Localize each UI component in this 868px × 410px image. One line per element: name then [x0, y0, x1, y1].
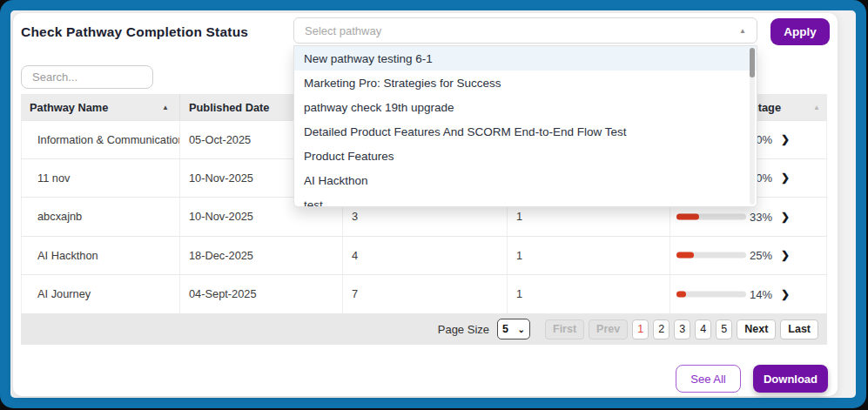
see-all-button[interactable]: See All	[676, 365, 741, 393]
page-size-label: Page Size	[438, 323, 489, 336]
column-header-pathway-name[interactable]: Pathway Name ▲	[21, 94, 180, 120]
progress-bar	[676, 213, 746, 219]
chevron-right-icon[interactable]: ❯	[781, 288, 790, 300]
search-input[interactable]	[21, 65, 153, 89]
first-page-button[interactable]: First	[545, 319, 584, 339]
chevron-down-icon: ⌄	[518, 325, 525, 334]
sort-asc-icon[interactable]: ▲	[162, 104, 169, 111]
chevron-right-icon[interactable]: ❯	[781, 249, 790, 261]
percentage-value: 33%	[750, 210, 772, 223]
page-number-button[interactable]: 3	[674, 319, 690, 339]
apply-button[interactable]: Apply	[770, 18, 830, 45]
percentage-value: 0%	[756, 171, 772, 185]
cell-value-2: 1	[508, 275, 670, 313]
dropdown-scrollbar[interactable]	[750, 48, 755, 205]
cell-pathway-name: 11 nov	[21, 159, 180, 198]
pathway-option[interactable]: Detailed Product Features And SCORM End-…	[294, 119, 757, 144]
dropdown-scrollbar-thumb[interactable]	[750, 48, 755, 77]
pathway-dropdown-list: New pathway testing 6-1Marketing Pro: St…	[293, 45, 757, 207]
pathway-option[interactable]: New pathway testing 6-1	[294, 46, 757, 71]
page-number-button[interactable]: 2	[653, 319, 670, 339]
cell-pathway-name: Information & Communication ...	[21, 121, 180, 158]
sort-asc-icon[interactable]: ▲	[813, 104, 820, 111]
page-title: Check Pathway Completion Status	[21, 24, 248, 40]
progress-bar-fill	[676, 252, 694, 259]
pathway-status-card: Check Pathway Completion Status Pathway …	[13, 13, 838, 396]
percentage-value: 25%	[750, 249, 772, 262]
page-number-button[interactable]: 4	[695, 319, 711, 339]
pathway-option[interactable]: pathway check 19th upgrade	[294, 95, 757, 119]
progress-bar-fill	[676, 291, 686, 297]
progress-bar-fill	[676, 213, 699, 219]
pathway-option[interactable]: Product Features	[294, 144, 757, 168]
cell-percentage: 25%❯	[670, 237, 827, 275]
page-size-select[interactable]: 5 ⌄	[497, 319, 530, 339]
page-number-button[interactable]: 1	[632, 319, 649, 339]
chevron-right-icon[interactable]: ❯	[781, 211, 790, 223]
cell-pathway-name: AI Hackthon	[21, 237, 180, 275]
cell-value-1: 4	[343, 237, 508, 275]
progress-bar	[676, 252, 746, 259]
pathway-option[interactable]: test	[294, 192, 757, 207]
cell-published-date: 04-Sept-2025	[180, 275, 343, 313]
download-button[interactable]: Download	[753, 365, 828, 393]
page-background: Check Pathway Completion Status Pathway …	[10, 10, 856, 398]
caret-up-icon: ▲	[739, 27, 746, 35]
cell-value-2: 1	[508, 237, 670, 275]
percentage-value: 14%	[750, 287, 772, 300]
cell-percentage: 14%❯	[670, 275, 827, 313]
cell-value-1: 7	[343, 275, 508, 313]
page-number-button[interactable]: 5	[716, 319, 732, 339]
pathway-select[interactable]: Select pathway ▲	[293, 17, 757, 44]
prev-page-button[interactable]: Prev	[589, 319, 628, 339]
percentage-value: 0%	[756, 133, 772, 146]
page-number-buttons: 12345	[632, 319, 732, 339]
select-placeholder: Select pathway	[294, 24, 381, 37]
pathway-option[interactable]: AI Hackthon	[294, 168, 757, 192]
chevron-right-icon[interactable]: ❯	[781, 171, 790, 184]
next-page-button[interactable]: Next	[737, 319, 776, 339]
window-frame: Check Pathway Completion Status Pathway …	[0, 0, 866, 408]
cell-pathway-name: abcxajnb	[21, 198, 180, 236]
last-page-button[interactable]: Last	[780, 319, 818, 339]
chevron-right-icon[interactable]: ❯	[781, 133, 790, 145]
cell-pathway-name: AI Journey	[21, 275, 180, 313]
pathway-option[interactable]: Marketing Pro: Strategies for Success	[294, 71, 757, 95]
cell-published-date: 18-Dec-2025	[180, 237, 343, 275]
table-row: AI Journey04-Sept-20257114%❯	[21, 275, 827, 314]
table-row: AI Hackthon18-Dec-20254125%❯	[21, 237, 827, 276]
pagination-bar: Page Size 5 ⌄ First Prev 12345 Next Last	[21, 314, 827, 345]
progress-bar	[676, 291, 746, 297]
